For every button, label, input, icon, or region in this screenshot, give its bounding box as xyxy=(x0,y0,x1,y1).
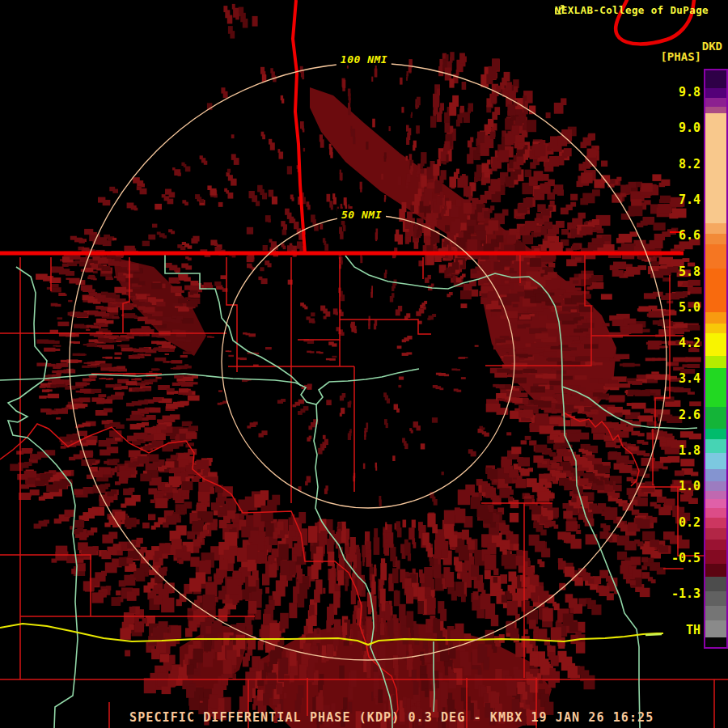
echo-speckle xyxy=(637,541,644,546)
echo-speckle xyxy=(140,474,151,482)
echo-speckle xyxy=(463,203,472,214)
echo-speckle xyxy=(187,531,195,540)
echo-speckle xyxy=(421,443,425,449)
echo-speckle xyxy=(81,285,92,290)
echo-speckle xyxy=(101,551,111,559)
echo-speckle xyxy=(214,281,221,286)
echo-speckle xyxy=(127,591,137,601)
echo-speckle xyxy=(612,270,624,277)
echo-speckle xyxy=(688,392,695,395)
echo-speckle xyxy=(615,413,623,416)
echo-speckle xyxy=(74,530,80,535)
echo-speckle xyxy=(652,174,661,181)
echo-speckle xyxy=(607,593,614,600)
echo-speckle xyxy=(218,390,222,392)
echo-speckle xyxy=(258,277,262,280)
echo-speckle xyxy=(481,590,485,596)
echo-speckle xyxy=(332,356,336,358)
echo-speckle xyxy=(397,345,402,349)
echo-speckle xyxy=(281,95,283,100)
county-line xyxy=(226,257,237,372)
echo-speckle xyxy=(126,403,134,407)
echo-speckle xyxy=(554,436,565,442)
echo-speckle xyxy=(468,104,473,112)
echo-speckle xyxy=(393,560,396,566)
echo-speckle xyxy=(459,53,465,64)
echo-speckle xyxy=(505,133,514,146)
echo-speckle xyxy=(98,197,105,203)
echo-speckle xyxy=(551,655,559,666)
echo-speckle xyxy=(282,229,287,235)
echo-speckle xyxy=(145,320,155,324)
colorbar-tick-label: -1.3 xyxy=(644,586,700,601)
echo-speckle xyxy=(470,138,473,142)
echo-speckle xyxy=(248,558,257,571)
echo-speckle xyxy=(400,78,403,85)
echo-speckle xyxy=(403,520,407,528)
echo-speckle xyxy=(407,71,409,76)
echo-speckle xyxy=(247,264,252,269)
echo-speckle xyxy=(533,595,539,602)
echo-speckle xyxy=(629,328,642,334)
echo-speckle xyxy=(149,569,154,575)
echo-speckle xyxy=(455,509,465,523)
echo-speckle xyxy=(592,189,600,196)
echo-speckle xyxy=(116,303,121,306)
echo-speckle xyxy=(311,214,315,222)
echo-speckle xyxy=(344,197,347,205)
echo-speckle xyxy=(487,159,490,164)
echo-speckle xyxy=(261,132,265,137)
echo-speckle xyxy=(537,368,551,373)
echo-speckle xyxy=(402,202,407,212)
echo-speckle xyxy=(396,561,400,569)
county-line xyxy=(298,257,340,340)
echo-speckle xyxy=(503,603,507,608)
echo-speckle xyxy=(428,275,431,279)
echo-speckle xyxy=(582,226,593,235)
echo-speckle xyxy=(674,388,684,392)
echo-speckle xyxy=(406,611,413,627)
echo-speckle xyxy=(240,358,247,360)
echo-speckle xyxy=(167,392,174,395)
echo-speckle xyxy=(343,80,346,88)
echo-speckle xyxy=(540,270,544,273)
product-units-label: [PHAS] xyxy=(660,50,701,63)
echo-speckle xyxy=(450,535,458,547)
echo-speckle xyxy=(284,693,287,699)
echo-speckle xyxy=(83,581,95,590)
echo-speckle xyxy=(107,307,118,312)
echo-speckle xyxy=(83,344,88,345)
echo-speckle xyxy=(303,148,305,152)
echo-speckle xyxy=(523,95,527,101)
echo-speckle xyxy=(166,404,177,409)
echo-speckle xyxy=(125,518,137,527)
echo-speckle xyxy=(165,189,171,195)
echo-speckle xyxy=(112,597,121,606)
echo-speckle xyxy=(191,238,197,243)
echo-speckle xyxy=(120,628,130,639)
echo-speckle xyxy=(478,668,482,675)
echo-speckle xyxy=(200,532,205,538)
echo-speckle xyxy=(457,574,460,579)
echo-speckle xyxy=(129,451,141,458)
echo-speckle xyxy=(146,463,158,472)
echo-speckle xyxy=(358,631,361,640)
echo-speckle xyxy=(129,463,137,468)
echo-speckle xyxy=(512,398,523,403)
echo-speckle xyxy=(297,569,303,579)
echo-speckle xyxy=(540,530,547,535)
echo-speckle xyxy=(502,210,509,216)
echo-speckle xyxy=(288,280,293,285)
echo-speckle xyxy=(273,532,278,539)
echo-speckle xyxy=(484,660,489,670)
echo-speckle xyxy=(293,404,297,407)
colorbar xyxy=(704,69,728,649)
echo-speckle xyxy=(504,400,507,401)
echo-speckle xyxy=(50,384,59,387)
echo-speckle xyxy=(463,186,471,197)
echo-speckle xyxy=(99,394,107,397)
echo-speckle xyxy=(385,524,387,530)
echo-speckle xyxy=(417,587,425,603)
colorbar-segment xyxy=(705,491,726,499)
echo-speckle xyxy=(175,306,179,308)
